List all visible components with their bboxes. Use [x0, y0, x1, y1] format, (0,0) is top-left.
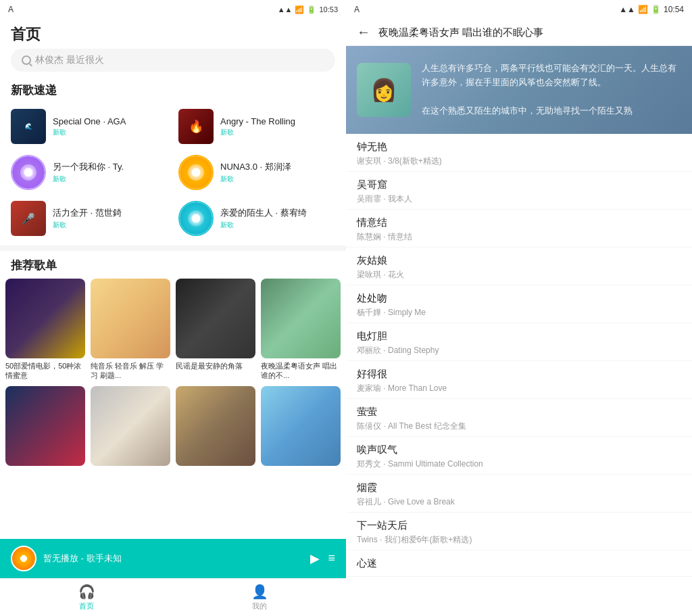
list-item[interactable]: 下一站天后 Twins · 我们相爱6年(新歌+精选): [346, 513, 692, 550]
song-subtitle: 郑秀文 · Sammi Ultimate Collection: [357, 458, 681, 470]
song-subtitle: Twins · 我们相爱6年(新歌+精选): [357, 534, 681, 546]
left-status-icons: ▲▲ 📶 🔋 10:53: [278, 5, 338, 14]
new-songs-title: 新歌速递: [0, 80, 346, 103]
song-subtitle: 谢安琪 · 3/8(新歌+精选): [357, 156, 681, 167]
left-panel: A ▲▲ 📶 🔋 10:53 首页 林俊杰 最近很火 新歌速递 🌊 Specia…: [0, 0, 346, 616]
song-title: 烟霞: [357, 481, 681, 494]
song-title: 灰姑娘: [357, 254, 681, 267]
mine-icon: 👤: [251, 584, 268, 600]
list-item[interactable]: [5, 386, 85, 469]
song-cover: 🎤: [11, 201, 46, 236]
song-badge: 新歌: [220, 220, 335, 230]
page-title: 首页: [0, 19, 346, 49]
search-placeholder: 林俊杰 最近很火: [35, 54, 104, 66]
vinyl-icon: [180, 156, 212, 189]
song-cover: [178, 201, 214, 236]
play-icon[interactable]: ▶: [310, 551, 320, 566]
now-playing-cover: [11, 546, 36, 571]
list-item[interactable]: 灰姑娘 梁咏琪 · 花火: [346, 247, 692, 285]
playlist-thumb: [91, 279, 170, 358]
list-item[interactable]: 萤萤 陈僖仪 · All The Best 纪念全集: [346, 399, 692, 437]
right-status-bar: A ▲▲ 📶 🔋 10:54: [346, 0, 692, 19]
list-item[interactable]: [261, 386, 341, 469]
search-icon: [22, 55, 31, 65]
playlist-thumb: [5, 279, 85, 358]
song-title: 唉声叹气: [357, 444, 681, 456]
back-button[interactable]: ←: [357, 24, 370, 40]
list-item[interactable]: 电灯胆 邓丽欣 · Dating Stephy: [346, 323, 692, 361]
list-item[interactable]: 另一个我和你 · Ty. 新歌: [5, 149, 173, 195]
song-cover: [178, 155, 214, 190]
playlist-label: 民谣是最安静的角落: [176, 361, 255, 371]
song-title: 另一个我和你 · Ty.: [53, 161, 168, 173]
right-wifi-icon: 📶: [638, 5, 648, 14]
section-divider: [0, 245, 346, 251]
list-item[interactable]: 烟霞 容祖儿 · Give Love a Break: [346, 475, 692, 513]
song-cover: 🔥: [178, 109, 214, 144]
list-item[interactable]: 吴哥窟 吴雨霏 · 我本人: [346, 172, 692, 210]
song-subtitle: 吴雨霏 · 我本人: [357, 193, 681, 205]
song-title: NUNA3.0 · 郑润泽: [220, 161, 335, 173]
playlist-icon[interactable]: ≡: [328, 551, 335, 566]
list-item[interactable]: 🌊 Special One · AGA 新歌: [5, 103, 173, 149]
song-title: 情意结: [357, 216, 681, 229]
playlist-thumb: [5, 386, 85, 466]
song-cover: 🌊: [11, 109, 46, 144]
list-item[interactable]: 好得很 麦家瑜 · More Than Love: [346, 361, 692, 399]
right-battery-icon: 🔋: [651, 5, 661, 14]
list-item[interactable]: NUNA3.0 · 郑润泽 新歌: [173, 149, 341, 195]
song-subtitle: 麦家瑜 · More Than Love: [357, 383, 681, 394]
list-item[interactable]: 唉声叹气 郑秀文 · Sammi Ultimate Collection: [346, 437, 692, 475]
right-signal-icon: ▲▲: [619, 5, 635, 14]
playlist-label: 夜晚温柔粤语女声 唱出谁的不...: [261, 361, 341, 381]
time-display: 10:53: [319, 5, 338, 14]
song-badge: 新歌: [53, 220, 168, 230]
list-item[interactable]: 民谣是最安静的角落: [176, 279, 255, 381]
song-subtitle: 容祖儿 · Give Love a Break: [357, 496, 681, 508]
playlist-grid: 50部爱情电影，50种浓情蜜意 纯音乐 轻音乐 解压 学习 刷题... 民谣是最…: [0, 279, 346, 474]
home-icon: 🎧: [78, 584, 95, 600]
vinyl-icon: [12, 156, 45, 189]
song-subtitle: 杨千嬅 · Simply Me: [357, 307, 681, 318]
song-badge: 新歌: [220, 174, 335, 184]
playlist-thumb: [176, 386, 255, 466]
list-item[interactable]: [91, 386, 170, 469]
search-bar[interactable]: 林俊杰 最近很火: [11, 49, 335, 72]
vinyl-icon: [180, 202, 212, 235]
list-item[interactable]: 🔥 Angry - The Rolling 新歌: [173, 103, 341, 149]
song-title: 萤萤: [357, 406, 681, 419]
playlist-label: 纯音乐 轻音乐 解压 学习 刷题...: [91, 361, 170, 381]
song-subtitle: 邓丽欣 · Dating Stephy: [357, 345, 681, 356]
playlist-thumb: [176, 279, 255, 358]
list-item[interactable]: 处处吻 杨千嬅 · Simply Me: [346, 285, 692, 323]
list-item[interactable]: 情意结 陈慧娴 · 情意结: [346, 210, 692, 247]
list-item[interactable]: [176, 386, 255, 469]
right-panel: A ▲▲ 📶 🔋 10:54 ← 夜晚温柔粤语女声 唱出谁的不眠心事 👩 人生总…: [346, 0, 692, 616]
nav-item-mine[interactable]: 👤 我的: [173, 579, 346, 616]
song-cover: [11, 155, 46, 190]
song-title: 心迷: [357, 557, 681, 570]
song-info: NUNA3.0 · 郑润泽 新歌: [220, 161, 335, 184]
song-title: Angry - The Rolling: [220, 116, 335, 126]
list-item[interactable]: 50部爱情电影，50种浓情蜜意: [5, 279, 85, 381]
song-title: 活力全开 · 范世錡: [53, 207, 168, 219]
list-item[interactable]: 夜晚温柔粤语女声 唱出谁的不...: [261, 279, 341, 381]
now-playing-bar[interactable]: 暂无播放 - 歌手未知 ▶ ≡: [0, 539, 346, 578]
song-title: 电灯胆: [357, 330, 681, 343]
nav-item-home[interactable]: 🎧 首页: [0, 579, 173, 616]
song-info: 亲爱的陌生人 · 蔡宥绮 新歌: [220, 207, 335, 230]
playlist-hero: 👩 人生总有许多巧合，两条平行线也可能会有交汇的一天。人生总有许多意外，握在手里…: [346, 46, 692, 134]
song-subtitle: 陈僖仪 · All The Best 纪念全集: [357, 421, 681, 432]
list-item[interactable]: 🎤 活力全开 · 范世錡 新歌: [5, 195, 173, 241]
list-item[interactable]: 纯音乐 轻音乐 解压 学习 刷题...: [91, 279, 170, 381]
right-app-icon: A: [354, 5, 360, 14]
list-item[interactable]: 心迷: [346, 550, 692, 577]
playlist-thumb: [261, 386, 341, 466]
new-songs-grid: 🌊 Special One · AGA 新歌 🔥 Angry - The Rol…: [0, 103, 346, 241]
signal-icon: ▲▲: [278, 5, 293, 14]
right-status-icons: ▲▲ 📶 🔋 10:54: [619, 5, 684, 14]
list-item[interactable]: 亲爱的陌生人 · 蔡宥绮 新歌: [173, 195, 341, 241]
wifi-icon: 📶: [295, 5, 304, 14]
list-item[interactable]: 钟无艳 谢安琪 · 3/8(新歌+精选): [346, 134, 692, 172]
hero-description: 人生总有许多巧合，两条平行线也可能会有交汇的一天。人生总有许多意外，握在手里面的…: [422, 62, 681, 118]
